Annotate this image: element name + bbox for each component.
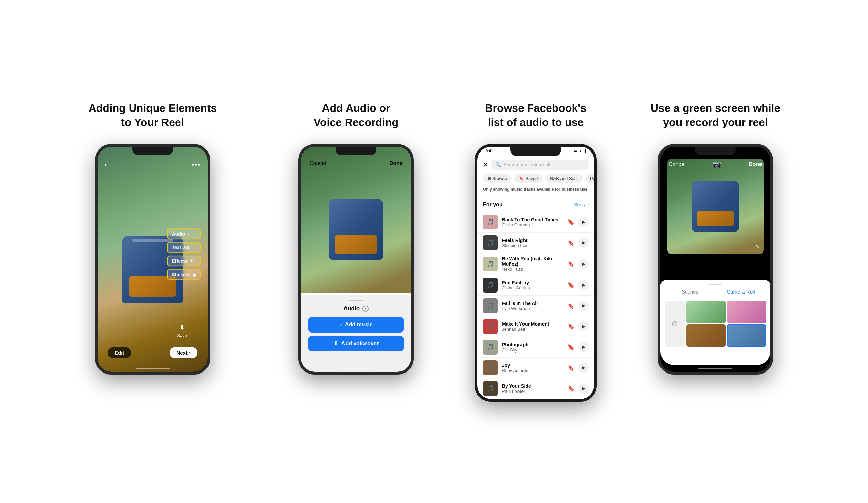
play-button-1[interactable]: ▶ [578,238,589,248]
filter-tabs: ▦ Browse 🔖 Saved R&B and Soul Pop [477,174,594,183]
track-artist-5: Jennah Bell [502,327,564,332]
track-thumb-7: 🎵 [483,360,498,375]
track-actions-7: 🔖 ▶ [568,363,589,373]
track-actions-6: 🔖 ▶ [568,342,589,352]
home-indicator-2 [339,368,373,369]
scene-no-scene[interactable]: ⊘ [664,301,685,347]
track-artist-8: Paul Fowler [502,389,564,394]
track-thumb-0: 🎵 [483,214,498,230]
play-button-6[interactable]: ▶ [578,342,589,352]
info-icon[interactable]: i [362,306,369,312]
track-thumb-1: 🎵 [483,235,498,250]
music-list: 🎵 Back To The Good Times Giulio Cercato … [477,212,594,399]
for-you-title: For you [483,202,503,208]
track-artist-1: Sleeping Lion [502,243,564,248]
track-name-3: Fun Factory [502,280,564,285]
done-button-2[interactable]: Done [389,160,403,166]
bookmark-icon-2[interactable]: 🔖 [568,261,575,267]
edit-button[interactable]: Edit [108,347,131,358]
track-info-4: Fall Is In The Air Lyle Workman [502,301,564,311]
music-header: ✕ 🔍 Search music or artists [477,158,594,172]
play-button-0[interactable]: ▶ [578,217,589,227]
see-all-link[interactable]: See all [574,202,589,208]
section1-title: Adding Unique Elements to Your Reel [89,101,217,132]
audio-icon: ♪ [187,231,189,237]
play-button-2[interactable]: ▶ [578,259,589,269]
bookmark-icon-1[interactable]: 🔖 [568,240,575,246]
done-button-4[interactable]: Done [749,161,762,167]
backpack-bg-2 [301,167,411,291]
stickers-button[interactable]: Stickers ◈ [167,269,201,280]
add-music-button[interactable]: ♪ Add music [308,317,404,333]
section3-title: Browse Facebook's list of audio to use [485,101,586,132]
effects-icon: ✦ [189,258,194,264]
effects-button[interactable]: Effects ✦ [167,255,201,266]
search-placeholder: Search music or artists [503,162,551,167]
scenes-panel: Scenes Camera Roll ⊘ [661,280,770,365]
section4-title: Use a green screen while you record your… [651,101,780,132]
tab-camera-roll[interactable]: Camera Roll [715,289,766,297]
save-icon: ⬇ [179,323,185,332]
phone4-header: Cancel 📷 Done [661,159,770,170]
audio-button[interactable]: Audio ♪ [167,229,201,239]
add-voiceover-button[interactable]: 🎙 Add voiceover [308,336,404,352]
play-button-5[interactable]: ▶ [578,321,589,332]
tab-rnb[interactable]: R&B and Soul [545,174,582,183]
tab-scenes[interactable]: Scenes [664,289,715,297]
cancel-button-4[interactable]: Cancel [669,161,685,167]
section-4: Use a green screen while you record your… [620,101,810,375]
text-button[interactable]: Text Aa [167,242,201,253]
track-thumb-3: 🎵 [483,277,498,293]
drag-handle [349,300,363,301]
track-thumb-5: 🎵 [483,319,498,334]
track-artist-2: Neko Fuzz [502,267,564,272]
expand-icon[interactable]: ⤡ [755,243,760,251]
search-icon: 🔍 [495,162,501,167]
wifi-icon: ▲ [579,149,582,153]
track-artist-6: Gia Sky [502,347,564,353]
dots-menu[interactable]: ••• [192,161,201,169]
bookmark-icon-4[interactable]: 🔖 [568,303,575,309]
bookmark-icon-0[interactable]: 🔖 [568,219,575,226]
track-artist-4: Lyle Workman [502,306,564,311]
backpack-pocket-3 [697,211,734,227]
bookmark-icon-8[interactable]: 🔖 [568,385,575,392]
phone-4-frame: Cancel 📷 Done ⤡ Scenes Camera Roll [658,144,773,375]
scene-item-3[interactable] [686,324,726,347]
scene-item-1[interactable] [686,301,726,323]
camera-icon[interactable]: 📷 [713,160,721,168]
search-bar[interactable]: 🔍 Search music or artists [491,160,589,170]
bookmark-icon-3[interactable]: 🔖 [568,282,575,289]
green-screen-preview: ⤡ [667,159,764,254]
next-button[interactable]: Next › [169,347,197,358]
play-button-7[interactable]: ▶ [578,363,589,373]
tab-saved[interactable]: 🔖 Saved [514,174,542,183]
play-button-8[interactable]: ▶ [578,383,589,394]
bookmark-icon-7[interactable]: 🔖 [568,365,575,371]
cancel-button-2[interactable]: Cancel [309,160,326,166]
bookmark-icon-5[interactable]: 🔖 [568,323,575,330]
track-thumb-6: 🎵 [483,339,498,355]
back-arrow[interactable]: ‹ [104,160,107,169]
track-thumb-2: 🎵 [483,256,498,272]
track-artist-0: Giulio Cercato [502,222,564,228]
track-actions-8: 🔖 ▶ [568,383,589,394]
battery-icon: ▐ [583,149,586,153]
track-name-1: Feels Right [502,238,564,243]
close-button[interactable]: ✕ [483,161,488,169]
save-label[interactable]: Save [177,333,187,338]
music-notice: Only showing music tracks available for … [483,187,589,192]
play-button-4[interactable]: ▶ [578,301,589,311]
tab-browse[interactable]: ▦ Browse [483,174,512,183]
track-info-1: Feels Right Sleeping Lion [502,238,564,248]
scene-item-2[interactable] [727,301,766,323]
section2-title: Add Audio or Voice Recording [314,101,399,132]
track-thumb-8: 🎵 [483,381,498,396]
notch-1 [132,147,173,155]
tab-pop[interactable]: Pop [585,174,594,183]
bookmark-icon-6[interactable]: 🔖 [568,344,575,350]
notch-2 [336,147,376,155]
backpack-3 [692,181,739,232]
scene-item-4[interactable] [727,324,766,347]
play-button-3[interactable]: ▶ [578,280,589,290]
